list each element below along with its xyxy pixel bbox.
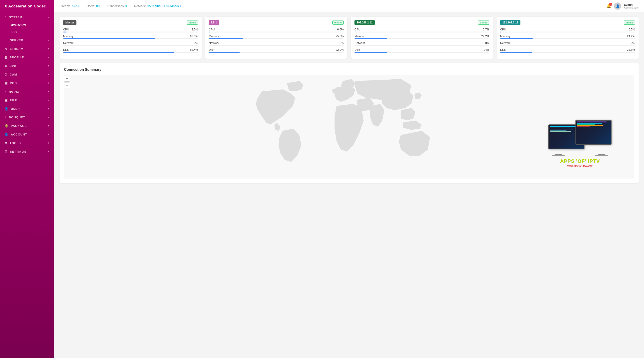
sidebar-item-server[interactable]: ☰ SERVER ▾ — [0, 36, 54, 44]
sidebar-item-vod[interactable]: ▦ VOD ▾ — [0, 79, 54, 87]
metric-value-3-1: 24.2% — [627, 35, 635, 38]
progress-bg-3-1 — [500, 38, 635, 39]
sidebar-item-nginx[interactable]: ≡ NGINX ▾ — [0, 87, 54, 96]
sidebar-item-bouquet[interactable]: ≡ BOUQUET ▾ — [0, 113, 54, 122]
metric-label-0-3: Disk — [63, 48, 68, 52]
progress-bg-1-2 — [209, 45, 344, 46]
sidebar-item-user[interactable]: 👤 USER ▾ — [0, 104, 54, 113]
metric-label-2-2: Network — [354, 42, 365, 45]
chevron-icon: ▾ — [48, 150, 50, 153]
sidebar-item-package[interactable]: 📦 PACKAGE ▾ — [0, 122, 54, 130]
server-cards: Master online CPU 2.5% Memory 68.3% Netw… — [60, 17, 638, 58]
sidebar-item-log[interactable]: LOG — [0, 29, 54, 36]
profile-icon: ◎ — [4, 56, 8, 59]
sidebar-label-file: FILE — [10, 98, 17, 102]
card-tag-2: 192.168.2.11 — [354, 20, 375, 25]
sidebar-label-dvb: DVB — [10, 64, 16, 68]
metric-value-1-3: 22.9% — [336, 48, 344, 52]
metric-row-0-2: Network 0% — [63, 42, 198, 45]
metric-label-1-2: Network — [209, 42, 219, 45]
sidebar-item-cam[interactable]: ⊙ CAM ▾ — [0, 70, 54, 79]
zoom-out-button[interactable]: − — [64, 82, 70, 88]
sidebar-item-overview[interactable]: OVERVIEW — [0, 22, 54, 29]
sidebar-item-file[interactable]: ▣ FILE ▾ — [0, 96, 54, 104]
metric-label-1-1: Memory — [209, 35, 219, 38]
sidebar-item-dvb[interactable]: ◈ DVB ▾ — [0, 62, 54, 70]
sidebar-item-profile[interactable]: ◎ PROFILE ▾ — [0, 53, 54, 62]
metric-row-2-2: Network 0% — [354, 42, 489, 45]
progress-bg-2-1 — [354, 38, 489, 39]
online-badge-1: online — [332, 20, 344, 24]
metric-value-0-0: 2.5% — [192, 28, 198, 31]
progress-bg-2-2 — [354, 45, 489, 46]
progress-fill-2-0 — [354, 32, 355, 32]
sidebar-item-stream[interactable]: ≋ STREAM ▾ — [0, 44, 54, 53]
card-header-2: 192.168.2.11 online — [354, 20, 489, 25]
sidebar-label-account: ACCOUNT — [11, 133, 27, 136]
settings-icon: ⚙ — [4, 150, 8, 153]
metric-label-3-2: Network — [500, 42, 510, 45]
server-card-2: 192.168.2.11 online CPU 0.7% Memory 24.2… — [351, 17, 493, 58]
topbar-user: 🔔 👤 admin Administrator — [606, 2, 638, 10]
metric-row-3-2: Network 0% — [500, 42, 635, 45]
users-stat: Users: 0/0 — [87, 4, 100, 8]
metric-label-2-1: Memory — [354, 35, 364, 38]
metric-label-3-1: Memory — [500, 35, 510, 38]
metric-row-2-0: CPU 0.7% — [354, 28, 489, 31]
metric-row-0-0: CPU 2.5% — [63, 28, 198, 31]
metric-row-0-3: Disk 82.4% — [63, 48, 198, 52]
metric-value-0-1: 68.3% — [190, 35, 198, 38]
sidebar-label-tools: TOOLS — [10, 141, 21, 145]
notifications-bell[interactable]: 🔔 — [606, 4, 611, 8]
chevron-icon: ▾ — [48, 16, 50, 19]
package-icon: 📦 — [4, 124, 8, 128]
zoom-in-button[interactable]: + — [64, 76, 70, 82]
sidebar-item-account[interactable]: 👤 ACCOUNT ▾ — [0, 130, 54, 139]
connection-summary-title: Connection Summary — [64, 68, 634, 72]
sidebar-label-system: SYSTEM — [9, 16, 22, 19]
app-logo: X Acceleration Codec — [0, 0, 54, 13]
metric-label-2-0: CPU — [354, 28, 360, 31]
metric-row-1-0: CPU 0.6% — [209, 28, 344, 31]
sidebar-item-tools[interactable]: ✱ TOOLS ▾ — [0, 139, 54, 147]
chevron-icon: ▾ — [48, 82, 50, 84]
metric-row-3-3: Disk 23.8% — [500, 48, 635, 52]
chevron-icon: ▾ — [48, 90, 50, 93]
dvb-icon: ◈ — [4, 64, 7, 68]
network-up-value: 527 Kbit/s — [147, 4, 160, 8]
nav-menu: ⌂ SYSTEM ▾ OVERVIEWLOG ☰ SERVER ▾ ≋ STRE… — [0, 13, 54, 156]
user-icon: 👤 — [4, 107, 8, 110]
metric-label-0-0: CPU — [63, 28, 69, 31]
watermark: APPS 'OF' IPTV www.appsofiptv.com — [548, 120, 612, 167]
notification-badge — [609, 3, 612, 6]
down-arrow-icon: ↓ — [180, 4, 181, 8]
sidebar-item-system[interactable]: ⌂ SYSTEM ▾ — [0, 13, 54, 22]
card-header-0: Master online — [63, 20, 198, 25]
metric-label-0-1: Memory — [63, 35, 73, 38]
main-content: Streams: 19/19 Users: 0/0 Connections: 0… — [54, 0, 644, 358]
card-header-3: 192.168.2.12 online — [500, 20, 635, 25]
vod-icon: ▦ — [4, 81, 8, 85]
metric-label-2-3: Disk — [354, 48, 360, 52]
chevron-icon: ▾ — [48, 107, 50, 110]
tools-icon: ✱ — [4, 141, 8, 145]
sidebar-item-settings[interactable]: ⚙ SETTINGS ▾ — [0, 147, 54, 156]
sidebar-label-vod: VOD — [10, 82, 17, 85]
streams-stat: Streams: 19/19 — [60, 4, 80, 8]
metric-value-3-0: 0.7% — [629, 28, 635, 31]
progress-fill-0-0 — [63, 32, 66, 32]
nginx-icon: ≡ — [4, 90, 6, 93]
online-badge-2: online — [478, 20, 489, 24]
progress-fill-3-0 — [500, 32, 501, 32]
progress-fill-1-3 — [209, 52, 240, 53]
chevron-icon: ▾ — [48, 116, 50, 119]
progress-bg-1-1 — [209, 38, 344, 39]
metric-value-1-0: 0.6% — [337, 28, 344, 31]
progress-bg-0-3 — [63, 52, 198, 53]
watermark-url: www.appsofiptv.com — [548, 164, 612, 167]
connections-label: Connections: — [107, 4, 124, 8]
metric-label-3-3: Disk — [500, 48, 506, 52]
network-down-value: 1.15 Mbit/s — [164, 4, 179, 8]
progress-bg-0-1 — [63, 38, 198, 39]
sidebar-label-stream: STREAM — [10, 47, 24, 50]
